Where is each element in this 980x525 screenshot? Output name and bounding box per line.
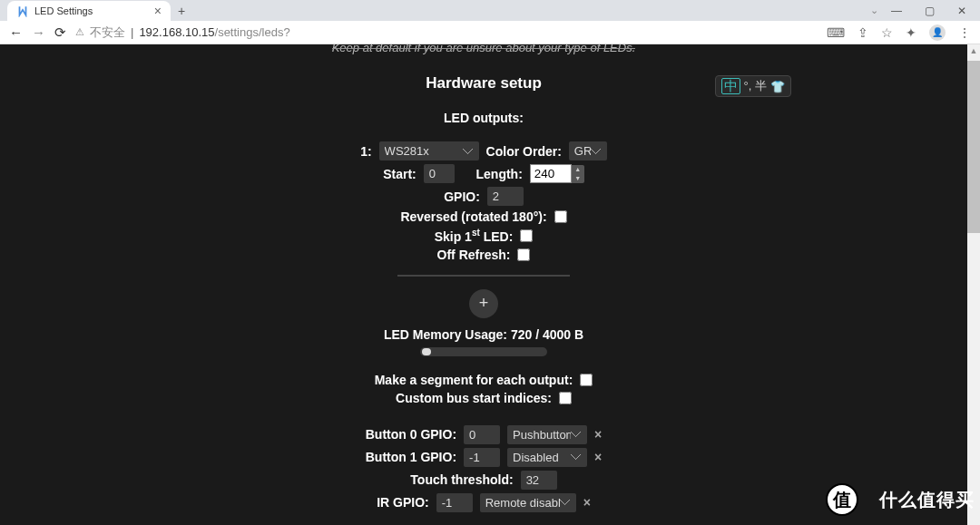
gpio-label: GPIO: [444, 190, 480, 204]
button0-remove[interactable]: × [594, 427, 602, 442]
menu-icon[interactable]: ⋮ [958, 25, 971, 40]
back-button[interactable]: ← [9, 24, 23, 40]
custom-bus-checkbox[interactable] [559, 392, 572, 404]
length-input[interactable] [530, 164, 572, 183]
custom-bus-label: Custom bus start indices: [396, 391, 552, 405]
color-order-select[interactable]: GRB [569, 141, 607, 160]
start-input[interactable] [424, 164, 455, 183]
off-refresh-label: Off Refresh: [437, 248, 511, 262]
led-outputs-label: LED outputs: [0, 111, 967, 125]
button0-label: Button 0 GPIO: [366, 427, 456, 442]
extensions-icon[interactable]: ✦ [906, 25, 916, 40]
button0-mode-select[interactable]: Pushbutton [507, 425, 587, 444]
url-text: 192.168.10.15/settings/leds? [139, 25, 289, 39]
translate-icon[interactable]: ⌨ [827, 25, 845, 40]
touch-threshold-label: Touch threshold: [410, 472, 513, 487]
new-tab-button[interactable]: + [171, 1, 192, 21]
favicon [16, 5, 29, 17]
close-tab-icon[interactable]: × [154, 4, 162, 18]
length-spinner[interactable]: ▲▼ [572, 165, 584, 183]
memory-slider[interactable] [420, 347, 547, 356]
output-index-label: 1: [360, 144, 371, 159]
chevron-down-icon[interactable]: ⌄ [870, 5, 878, 16]
off-refresh-checkbox[interactable] [517, 248, 530, 261]
add-output-button[interactable]: + [469, 289, 498, 318]
cn-badge: 中 [721, 78, 740, 94]
insecure-icon: ⚠ [75, 26, 84, 38]
reload-button[interactable]: ⟳ [54, 24, 66, 41]
section-title: Hardware setup [0, 74, 967, 92]
scroll-up-arrow[interactable]: ▲ [967, 44, 980, 57]
reversed-checkbox[interactable] [554, 210, 567, 223]
led-type-select[interactable]: WS281x [379, 141, 479, 160]
notice-text: Keep at default if you are unsure about … [332, 44, 636, 54]
touch-threshold-input[interactable] [521, 471, 557, 490]
profile-avatar[interactable]: 👤 [929, 24, 946, 41]
bookmark-icon[interactable]: ☆ [881, 25, 893, 40]
watermark-text: 什么值得买 [879, 488, 975, 512]
minimize-button[interactable]: — [882, 1, 911, 21]
translate-widget[interactable]: 中 °, 半 👕 [715, 75, 791, 97]
tab-title: LED Settings [34, 5, 93, 16]
button1-gpio-input[interactable] [464, 448, 500, 467]
button1-mode-select[interactable]: Disabled [507, 448, 587, 467]
browser-tab[interactable]: LED Settings × [7, 1, 171, 21]
button0-gpio-input[interactable] [464, 425, 500, 444]
forward-button[interactable]: → [32, 24, 45, 40]
length-label: Length: [476, 167, 523, 181]
ir-remove[interactable]: × [583, 495, 591, 510]
make-segment-checkbox[interactable] [580, 374, 593, 386]
start-label: Start: [383, 167, 416, 181]
close-window-button[interactable]: ✕ [947, 1, 976, 21]
led-memory-label: LED Memory Usage: 720 / 4000 B [0, 327, 967, 342]
not-secure-label: 不安全 [90, 24, 125, 41]
gpio-input[interactable] [487, 187, 524, 206]
maximize-button[interactable]: ▢ [915, 1, 944, 21]
ir-mode-select[interactable]: Remote disabled [480, 493, 576, 512]
make-segment-label: Make a segment for each output: [375, 373, 573, 387]
share-icon[interactable]: ⇪ [858, 25, 868, 40]
scrollbar-thumb[interactable] [967, 61, 980, 233]
address-bar[interactable]: ⚠ 不安全 | 192.168.10.15/settings/leds? [75, 24, 818, 41]
ir-gpio-input[interactable] [436, 493, 473, 512]
skip-first-checkbox[interactable] [520, 229, 533, 242]
skip-label: Skip 1st LED: [435, 228, 514, 244]
shirt-icon: 👕 [770, 80, 785, 93]
button1-remove[interactable]: × [594, 450, 602, 464]
vertical-scrollbar[interactable]: ▲ [967, 44, 980, 525]
color-order-label: Color Order: [486, 144, 562, 159]
reversed-label: Reversed (rotated 180°): [400, 209, 546, 224]
button1-label: Button 1 GPIO: [366, 450, 456, 464]
watermark-logo: 值 [826, 483, 858, 516]
divider [397, 275, 570, 277]
ir-gpio-label: IR GPIO: [377, 495, 429, 510]
